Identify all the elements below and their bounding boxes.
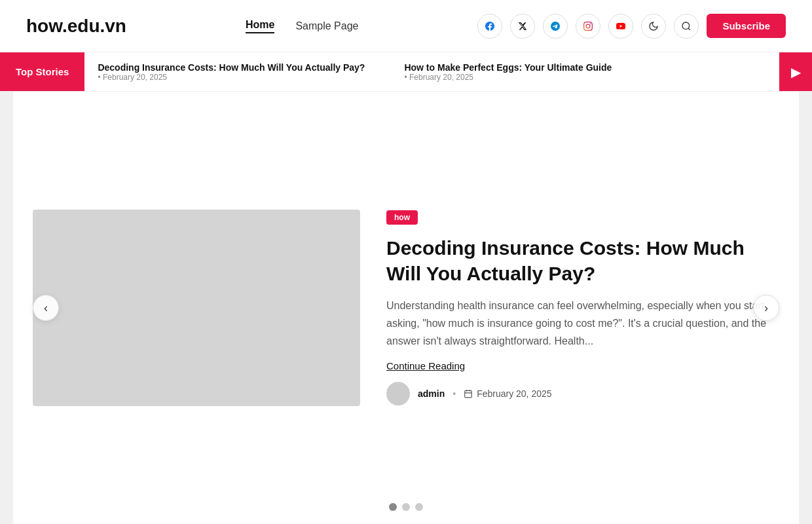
carousel-dots [389,503,423,511]
story-date-2: February 20, 2025 [404,73,612,82]
twitter-x-icon[interactable] [510,14,535,39]
telegram-icon[interactable] [543,14,568,39]
top-stories-label: Top Stories [0,52,84,91]
story-item-1[interactable]: Decoding Insurance Costs: How Much Will … [98,62,365,82]
carousel-next-button[interactable]: › [753,295,779,321]
site-logo[interactable]: how.edu.vn [26,16,126,37]
story-title-2: How to Make Perfect Eggs: Your Ultimate … [404,62,612,73]
site-header: how.edu.vn Home Sample Page Subsc [0,0,812,52]
article-excerpt: Understanding health insurance can feel … [386,297,779,350]
stories-ticker: Decoding Insurance Costs: How Much Will … [84,62,779,82]
story-title-1: Decoding Insurance Costs: How Much Will … [98,62,365,73]
article-meta: admin • February 20, 2025 [386,382,779,405]
ticker-right-arrow-icon: ▶ [791,64,801,80]
calendar-icon [464,389,473,398]
svg-point-0 [682,22,690,29]
main-content: ‹ how Decoding Insurance Costs: How Much… [0,92,812,524]
nav-sample-page[interactable]: Sample Page [295,20,358,32]
author-name: admin [418,388,445,399]
carousel-prev-button[interactable]: ‹ [33,295,59,321]
story-date-1: February 20, 2025 [98,73,365,82]
article-image [33,210,360,406]
article-title: Decoding Insurance Costs: How Much Will … [386,235,779,286]
nav-home[interactable]: Home [246,19,274,33]
carousel-slide: how Decoding Insurance Costs: How Much W… [13,92,799,524]
article-tag[interactable]: how [386,210,418,225]
carousel-container: ‹ how Decoding Insurance Costs: How Much… [13,92,799,524]
carousel-dot-3[interactable] [415,503,423,511]
meta-separator: • [452,388,456,399]
facebook-icon[interactable] [477,14,502,39]
subscribe-button[interactable]: Subscribe [707,14,786,38]
carousel-dot-2[interactable] [402,503,410,511]
instagram-icon[interactable] [576,14,600,39]
continue-reading-link[interactable]: Continue Reading [386,360,779,371]
carousel-dot-1[interactable] [389,503,397,511]
search-button[interactable] [674,14,699,39]
article-date: February 20, 2025 [464,388,551,399]
top-stories-bar: Top Stories Decoding Insurance Costs: Ho… [0,52,812,92]
main-nav: Home Sample Page [246,19,359,33]
ticker-right-block: ▶ [779,52,812,91]
svg-rect-1 [465,391,472,398]
header-actions: Subscribe [477,14,786,39]
theme-toggle-button[interactable] [641,14,666,39]
article-content: how Decoding Insurance Costs: How Much W… [386,210,779,406]
author-avatar [386,382,410,405]
article-date-text: February 20, 2025 [477,388,551,399]
story-item-2[interactable]: How to Make Perfect Eggs: Your Ultimate … [404,62,612,82]
youtube-icon[interactable] [608,14,633,39]
